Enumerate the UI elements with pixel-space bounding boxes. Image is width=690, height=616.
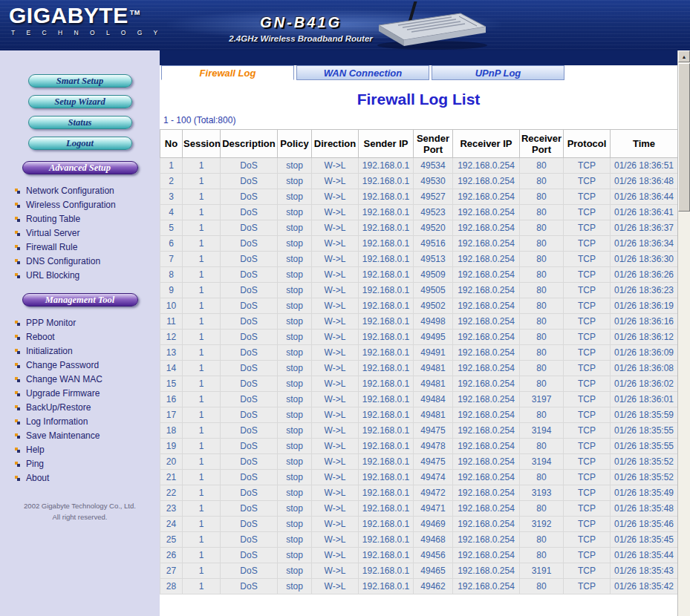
log-cell: 192.168.0.254 (453, 548, 520, 563)
menu-bullet-icon (15, 202, 21, 208)
sidebar-item-initialization[interactable]: Initialization (15, 344, 160, 358)
sidebar-item-help[interactable]: Help (15, 442, 160, 456)
sidebar-item-virtual-server[interactable]: Virtual Server (15, 226, 160, 240)
log-cell: 49495 (414, 330, 453, 345)
log-cell: 192.168.0.1 (359, 158, 414, 174)
log-cell: DoS (221, 220, 278, 236)
scrollbar-up-button[interactable]: ▲ (678, 50, 690, 62)
sidebar-item-url-blocking[interactable]: URL Blocking (15, 268, 160, 282)
menu-bullet-icon (15, 447, 21, 453)
sidebar-item-upgrade-firmware[interactable]: Upgrade Firmware (15, 386, 160, 400)
tab-firewall-log[interactable]: Firewall Log (161, 65, 294, 80)
tab-upnp-log[interactable]: UPnP Log (432, 65, 564, 80)
sidebar-item-log-information[interactable]: Log Information (15, 414, 160, 428)
log-cell: 192.168.0.254 (453, 205, 520, 220)
log-cell: 15 (160, 376, 183, 392)
sidebar-item-backup-restore[interactable]: BackUp/Restore (15, 400, 160, 414)
log-cell: 80 (520, 174, 564, 189)
log-cell: DoS (221, 174, 278, 189)
log-cell: TCP (564, 314, 611, 330)
sidebar-item-ppp-monitor[interactable]: PPP Monitor (15, 315, 160, 330)
log-cell: 1 (183, 314, 221, 330)
log-cell: 01/26 18:36:23 (611, 283, 678, 298)
sidebar-item-label: Virtual Server (26, 228, 79, 238)
table-row: 211DoSstopW->L192.168.0.149474192.168.0.… (160, 470, 678, 485)
log-cell: 4 (160, 205, 183, 220)
log-cell: 49471 (414, 501, 453, 517)
log-cell: 49468 (414, 532, 453, 548)
log-cell: 192.168.0.254 (453, 423, 520, 439)
log-cell: 80 (520, 283, 564, 298)
table-row: 251DoSstopW->L192.168.0.149468192.168.0.… (160, 532, 678, 548)
log-cell: 192.168.0.1 (359, 501, 414, 517)
sidebar-item-change-wan-mac[interactable]: Change WAN MAC (15, 372, 160, 386)
table-row: 81DoSstopW->L192.168.0.149509192.168.0.2… (160, 267, 678, 283)
sidebar-item-wireless-configuration[interactable]: Wireless Configuration (15, 197, 160, 212)
log-cell: DoS (221, 563, 278, 579)
log-cell: 25 (160, 532, 183, 548)
sidebar-item-label: Log Information (26, 416, 88, 427)
log-cell: 80 (520, 205, 564, 220)
log-cell: TCP (564, 376, 611, 392)
sidebar-button-logout[interactable]: Logout (28, 137, 132, 150)
log-cell: 49498 (414, 314, 453, 330)
sidebar-item-label: Help (26, 445, 45, 455)
log-cell: 01/26 18:35:59 (611, 407, 678, 423)
log-cell: DoS (221, 298, 278, 314)
sidebar-button-smart-setup[interactable]: Smart Setup (28, 74, 132, 88)
log-cell: W->L (312, 548, 359, 563)
sidebar-item-firewall-rule[interactable]: Firewall Rule (15, 240, 160, 254)
sidebar-item-save-maintenance[interactable]: Save Maintenance (15, 428, 160, 442)
gigabyte-logo: GIGABYTETM T E C H N O L O G Y (9, 4, 163, 36)
log-cell: 3194 (520, 423, 564, 439)
log-cell: stop (278, 158, 312, 174)
tab-wan-connection[interactable]: WAN Connection (296, 65, 429, 80)
log-cell: 14 (160, 361, 183, 376)
log-cell: 80 (520, 376, 564, 392)
log-cell: W->L (312, 532, 359, 548)
sidebar-item-reboot[interactable]: Reboot (15, 330, 160, 344)
log-cell: 01/26 18:36:19 (611, 298, 678, 314)
log-cell: 49505 (414, 283, 453, 298)
log-cell: TCP (564, 517, 611, 532)
log-cell: 01/26 18:35:55 (611, 439, 678, 454)
log-cell: 18 (160, 423, 183, 439)
log-cell: W->L (312, 236, 359, 252)
log-cell: 192.168.0.254 (453, 330, 520, 345)
sidebar-item-change-password[interactable]: Change Password (15, 358, 160, 372)
log-cell: 1 (183, 220, 221, 236)
log-cell: DoS (221, 376, 278, 392)
sidebar-item-routing-table[interactable]: Routing Table (15, 212, 160, 226)
content: Smart SetupSetup WizardStatusLogout Adva… (0, 50, 690, 616)
table-row: 11DoSstopW->L192.168.0.149534192.168.0.2… (160, 158, 678, 174)
log-cell: 01/26 18:35:42 (611, 579, 678, 594)
sidebar-button-status[interactable]: Status (28, 116, 132, 129)
router-image (365, 1, 498, 50)
scrollbar-track[interactable]: ▲ (677, 50, 690, 616)
log-cell: 01/26 18:35:44 (611, 548, 678, 563)
log-cell: stop (278, 267, 312, 283)
menu-management-tool: PPP MonitorRebootInitializationChange Pa… (15, 315, 160, 485)
log-cell: 1 (183, 423, 221, 439)
sidebar-item-about[interactable]: About (15, 471, 160, 485)
sidebar-item-network-configuration[interactable]: Network Configuration (15, 183, 160, 197)
log-cell: TCP (564, 298, 611, 314)
log-cell: 3192 (520, 517, 564, 532)
log-cell: 1 (183, 174, 221, 189)
log-cell: 192.168.0.1 (359, 579, 414, 594)
log-cell: 192.168.0.254 (453, 189, 520, 205)
menu-bullet-icon (15, 475, 21, 481)
log-cell: 192.168.0.254 (453, 517, 520, 532)
log-cell: stop (278, 470, 312, 485)
sidebar-item-ping[interactable]: Ping (15, 456, 160, 471)
log-cell: 49472 (414, 485, 453, 501)
log-cell: 192.168.0.254 (453, 236, 520, 252)
log-cell: 1 (183, 485, 221, 501)
sidebar-item-dns-configuration[interactable]: DNS Configuration (15, 254, 160, 268)
scrollbar-thumb[interactable] (678, 63, 690, 212)
sidebar-button-setup-wizard[interactable]: Setup Wizard (28, 95, 132, 108)
log-cell: 1 (183, 392, 221, 407)
table-row: 21DoSstopW->L192.168.0.149530192.168.0.2… (160, 174, 678, 189)
menu-bullet-icon (15, 419, 21, 425)
log-cell: TCP (564, 189, 611, 205)
